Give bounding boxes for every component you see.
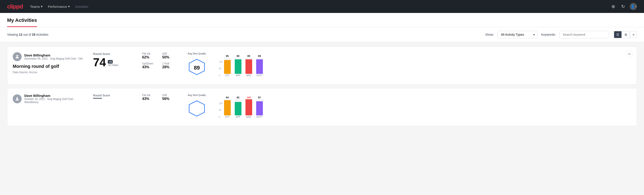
card-left: Dave Billingham December 05, 2021 · Gog … xyxy=(13,52,84,74)
bar-arg-fill xyxy=(246,59,252,74)
y-label-0-2: 0 xyxy=(219,116,223,118)
bar-ott: 85 OTT xyxy=(224,55,231,77)
viewing-count: 12 xyxy=(19,33,22,36)
user-avatar[interactable]: 👤 ▾ xyxy=(630,3,637,10)
avatar-2 xyxy=(13,94,22,103)
data-source: Data Source: Arccos xyxy=(13,71,84,74)
activity-type-wrapper: All Activity Types xyxy=(498,31,538,38)
bar-ott-2: 94 OTT xyxy=(224,96,231,118)
chevron-down-icon: ▾ xyxy=(68,4,70,8)
bar-putt-track xyxy=(256,58,263,74)
grid-icon: ⊞ xyxy=(624,33,627,36)
bar-ott-track xyxy=(224,58,231,74)
bar-putt-fill xyxy=(256,59,263,74)
bar-chart-wrapper-2: 100 50 0 94 OTT 82 xyxy=(212,96,263,118)
holes-label: 18 Holes xyxy=(108,64,118,67)
keywords-label: Keywords: xyxy=(541,33,556,36)
search-input[interactable] xyxy=(560,31,608,38)
y-label-50: 50 xyxy=(219,68,223,70)
quality-section-2: Avg Shot Quality 100 50 0 xyxy=(187,94,298,120)
bar-putt-label: PUTT xyxy=(256,74,262,77)
user-details: Dave Billingham December 05, 2021 · Gog … xyxy=(24,53,82,60)
gir-stat-2: GIR 56% xyxy=(162,94,178,101)
bar-ott-fill xyxy=(224,60,231,74)
chevron-down-icon: ▾ xyxy=(41,4,42,8)
bar-ott-value: 85 xyxy=(226,55,229,57)
pencil-icon: ✏ xyxy=(628,52,631,56)
activity-card: Dave Billingham December 05, 2021 · Gog … xyxy=(7,47,637,84)
bar-arg: 89 ARG xyxy=(246,55,252,77)
card-left-2: Dave Billingham October 16, 2021 · Gog M… xyxy=(13,94,84,106)
score-badge: +4 xyxy=(108,60,113,64)
view-toggles: ☰ ⊞ ≡ xyxy=(614,31,637,38)
fw-hit-label-2: FW Hit xyxy=(142,94,158,97)
stats-grid: FW Hit 62% GIR 50% Up/Down 43% 1 Putt 28… xyxy=(142,52,178,69)
bar-putt: 89 PUTT xyxy=(256,55,263,77)
bars-container-2: 94 OTT 82 APP xyxy=(224,96,263,118)
nav-performance[interactable]: Performance ▾ xyxy=(48,4,70,8)
gir-stat: GIR 50% xyxy=(162,52,178,59)
y-label-100: 100 xyxy=(219,61,223,63)
view-grid-button[interactable]: ⊞ xyxy=(622,31,630,38)
bar-arg-value: 89 xyxy=(248,55,250,57)
list-icon: ☰ xyxy=(616,33,619,36)
bar-putt-2: 87 PUTT xyxy=(256,96,263,118)
filter-bar: Viewing 12 out of 29 Activities Show: Al… xyxy=(0,27,644,42)
fw-hit-value-2: 43% xyxy=(142,97,158,101)
score-row: 74 +4 18 Holes xyxy=(93,56,133,68)
view-compact-button[interactable]: ≡ xyxy=(630,31,637,38)
hexagon-shape-2 xyxy=(188,100,206,119)
refresh-icon[interactable]: ↻ xyxy=(620,3,626,10)
fw-hit-stat-2: FW Hit 43% xyxy=(142,94,158,101)
score-dash xyxy=(93,98,102,98)
quality-section: Avg Shot Quality 89 100 50 0 xyxy=(187,52,298,79)
bar-app: 90 APP xyxy=(235,55,242,77)
avg-shot-label: Avg Shot Quality xyxy=(187,52,207,55)
avatar-chevron: ▾ xyxy=(635,5,636,8)
score-value: 74 xyxy=(93,56,106,68)
hexagon-container: 89 xyxy=(187,57,207,79)
logo: clippd xyxy=(7,3,23,10)
quality-left-2: Avg Shot Quality xyxy=(187,94,207,120)
user-icon: 👤 xyxy=(630,4,635,9)
gir-value-2: 56% xyxy=(162,97,178,101)
navigation: clippd Teams ▾ Performance ▾ Activities … xyxy=(0,0,644,13)
round-score-section: Round Score 74 +4 18 Holes xyxy=(93,52,133,68)
hex-score: 89 xyxy=(194,65,200,71)
y-label-100-2: 100 xyxy=(219,102,223,105)
fw-hit-value: 62% xyxy=(142,55,158,59)
oneputt-value: 28% xyxy=(162,65,178,69)
user-date-2: October 16, 2021 · Gog Magog Golf Club -… xyxy=(24,98,84,104)
fw-hit-stat: FW Hit 62% xyxy=(142,52,158,59)
page-title: My Activities xyxy=(7,13,37,27)
activity-title: Morning round of golf xyxy=(13,64,84,69)
bar-arg-track xyxy=(246,58,252,74)
viewing-count-text: Viewing 12 out of 29 Activities xyxy=(7,33,482,36)
activity-type-select[interactable]: All Activity Types xyxy=(498,31,538,38)
main-content: Dave Billingham December 05, 2021 · Gog … xyxy=(0,42,644,134)
page-header: My Activities xyxy=(0,13,644,27)
edit-button[interactable]: ✏ xyxy=(626,50,633,58)
view-list-button[interactable]: ☰ xyxy=(614,31,622,38)
fw-hit-label: FW Hit xyxy=(142,52,158,55)
user-name: Dave Billingham xyxy=(24,53,82,57)
svg-marker-3 xyxy=(189,101,205,116)
add-icon[interactable]: ⊕ xyxy=(610,3,616,10)
nav-teams[interactable]: Teams ▾ xyxy=(30,4,42,8)
y-label-0: 0 xyxy=(219,74,223,77)
score-partial xyxy=(93,98,133,98)
user-info: Dave Billingham December 05, 2021 · Gog … xyxy=(13,52,84,61)
oneputt-label: 1 Putt xyxy=(162,62,178,65)
bar-app-fill xyxy=(235,59,242,74)
gir-label: GIR xyxy=(162,52,178,55)
bar-arg-label: ARG xyxy=(246,74,251,77)
hexagon-container-2 xyxy=(187,98,207,120)
updown-value: 43% xyxy=(142,65,158,69)
nav-left: clippd Teams ▾ Performance ▾ Activities xyxy=(7,3,88,10)
svg-point-2 xyxy=(16,97,18,98)
svg-point-0 xyxy=(16,55,18,57)
viewing-total: 29 xyxy=(32,33,36,36)
nav-activities[interactable]: Activities xyxy=(75,5,88,8)
bar-arg-2: 106 ARG xyxy=(246,96,252,118)
user-date: December 05, 2021 · Gog Magog Golf Club … xyxy=(24,57,82,60)
